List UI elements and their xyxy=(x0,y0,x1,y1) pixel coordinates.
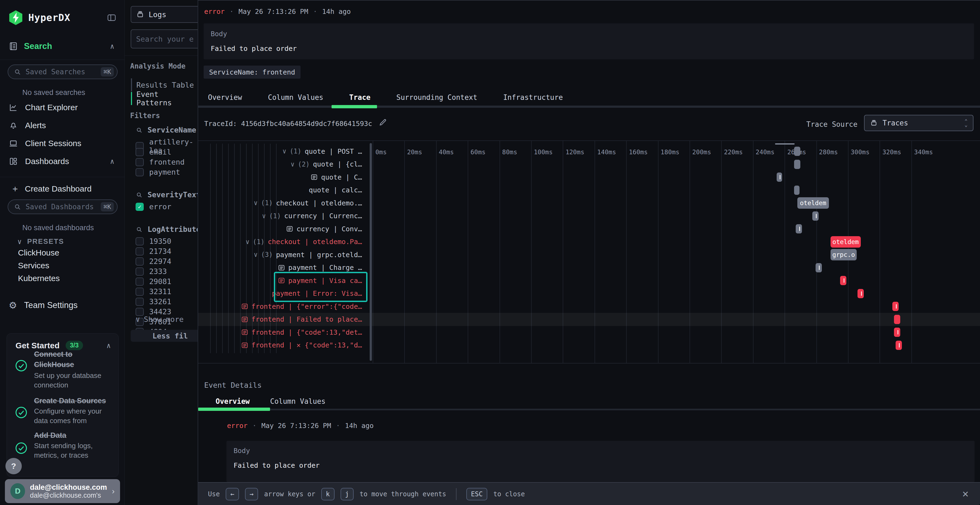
filter-option-33261[interactable]: 33261 xyxy=(135,297,171,306)
tab-infrastructure[interactable]: Infrastructure xyxy=(503,93,563,102)
span-row-label[interactable]: frontend | {"code":13,"det… xyxy=(198,326,365,339)
chevron-down-icon[interactable]: ∨ xyxy=(291,160,294,168)
sidebar-item-search[interactable]: Search ∧ xyxy=(9,41,116,51)
timeline-tick-label: 280ms xyxy=(819,149,838,156)
span-duration-bar[interactable] xyxy=(812,211,819,221)
sidebar-item-alerts[interactable]: Alerts xyxy=(0,118,125,133)
filter-option-32311[interactable]: 32311 xyxy=(135,287,171,296)
collapse-sidebar-icon[interactable] xyxy=(106,13,117,22)
analysis-mode-results-table[interactable]: Results Table xyxy=(131,78,194,91)
checkbox[interactable]: ✓ xyxy=(135,203,144,211)
ed-tab-overview[interactable]: Overview xyxy=(216,397,250,405)
presets-toggle[interactable]: ∨ PRESETS xyxy=(18,237,64,246)
checkbox[interactable] xyxy=(135,298,144,306)
filter-option-frontend[interactable]: frontend xyxy=(135,158,185,166)
span-duration-bar[interactable]: oteldem xyxy=(797,197,829,209)
span-duration-bar[interactable] xyxy=(816,263,822,272)
span-row-label[interactable]: ∨(2)quote | {cl… xyxy=(198,158,365,171)
checkbox[interactable] xyxy=(135,158,144,166)
chevron-down-icon[interactable]: ∨ xyxy=(254,199,258,207)
span-duration-bar[interactable] xyxy=(840,276,846,285)
span-duration-bar[interactable] xyxy=(894,327,900,337)
sidebar-item-dashboards[interactable]: Dashboards∧ xyxy=(0,154,125,169)
help-button[interactable]: ? xyxy=(5,458,22,474)
span-duration-bar[interactable] xyxy=(858,289,864,298)
filter-option-29081[interactable]: 29081 xyxy=(135,277,171,286)
analysis-mode-event-patterns[interactable]: Event Patterns xyxy=(131,92,197,105)
sidebar-item-client-sessions[interactable]: Client Sessions xyxy=(0,136,125,151)
filter-group-logattributes[interactable]: LogAttributes xyxy=(135,225,205,233)
timeline-tick-label: 160ms xyxy=(629,149,648,156)
filter-option-2333[interactable]: 2333 xyxy=(135,267,167,276)
filter-option-email[interactable]: email xyxy=(135,148,171,156)
checkbox[interactable] xyxy=(135,257,144,265)
span-duration-bar[interactable] xyxy=(796,224,802,233)
timeline-gridline xyxy=(721,141,722,364)
filter-group-servicename[interactable]: ServiceName xyxy=(135,126,196,134)
span-row-label[interactable]: ∨(1)checkout | oteldemo.Pa… xyxy=(198,235,365,248)
tab-column-values[interactable]: Column Values xyxy=(268,93,323,102)
span-row-label[interactable]: currency | Conv… xyxy=(198,222,365,235)
close-icon[interactable]: ✕ xyxy=(962,488,969,500)
span-duration-bar[interactable] xyxy=(794,147,800,156)
checkbox[interactable] xyxy=(135,267,144,276)
span-row-label[interactable]: quote | calc… xyxy=(198,184,365,197)
preset-services[interactable]: Services xyxy=(18,261,49,270)
tab-trace[interactable]: Trace xyxy=(349,93,371,102)
chevron-up-icon[interactable]: ∧ xyxy=(107,341,111,349)
span-row-label[interactable]: ∨(1)currency | Currenc… xyxy=(198,210,365,222)
filter-option-22974[interactable]: 22974 xyxy=(135,257,171,265)
preset-clickhouse[interactable]: ClickHouse xyxy=(18,248,59,257)
span-row-label[interactable]: frontend | ✕ {"code":13,"d… xyxy=(198,339,365,352)
preset-kubernetes[interactable]: Kubernetes xyxy=(18,274,60,283)
trace-scroll-indicator[interactable] xyxy=(775,143,795,145)
span-duration-bar[interactable] xyxy=(894,315,900,324)
checkbox[interactable] xyxy=(135,287,144,296)
span-duration-bar[interactable] xyxy=(896,341,902,350)
checkbox[interactable] xyxy=(135,237,144,245)
span-duration-bar[interactable]: oteldem xyxy=(830,236,861,248)
tab-overview[interactable]: Overview xyxy=(208,93,242,102)
span-duration-bar[interactable] xyxy=(794,160,800,169)
span-row-label[interactable]: ∨(1)quote | POST … xyxy=(198,145,365,158)
chevron-down-icon[interactable]: ∨ xyxy=(254,251,258,259)
user-menu[interactable]: D dale@clickhouse.com dale@clickhouse.co… xyxy=(5,479,120,503)
span-row-label[interactable]: frontend | Failed to place… xyxy=(198,313,365,326)
span-row-label[interactable]: quote | C… xyxy=(198,171,365,184)
span-duration-bar[interactable] xyxy=(892,302,899,311)
span-duration-bar[interactable] xyxy=(776,173,782,182)
saved-searches-input[interactable]: Saved Searches ⌘K xyxy=(8,65,118,79)
saved-dashboards-input[interactable]: Saved Dashboards ⌘K xyxy=(8,199,118,214)
filter-option-21734[interactable]: 21734 xyxy=(135,247,171,256)
filter-option-payment[interactable]: payment xyxy=(135,168,180,176)
timeline-tick-label: 0ms xyxy=(375,149,387,156)
create-dashboard-button[interactable]: + Create Dashboard xyxy=(0,181,125,197)
filter-option-34423[interactable]: 34423 xyxy=(135,308,171,316)
trace-source-select[interactable]: Traces ⌃⌄ xyxy=(864,115,974,131)
footer-text: Use xyxy=(208,490,220,498)
checkbox[interactable] xyxy=(135,148,144,156)
waterfall-pane-divider[interactable] xyxy=(370,143,372,361)
sidebar-item-chart-explorer[interactable]: Chart Explorer xyxy=(0,100,125,115)
filter-option-error[interactable]: ✓error xyxy=(135,202,171,211)
show-more-button[interactable]: ∨ Show more xyxy=(135,315,184,324)
filter-group-severitytext[interactable]: SeverityText xyxy=(135,191,200,199)
span-duration-bar[interactable]: grpc.o xyxy=(830,249,857,260)
edit-icon[interactable] xyxy=(379,118,388,127)
checkbox[interactable] xyxy=(135,247,144,256)
span-row-label[interactable]: ∨(3)payment | grpc.oteld… xyxy=(198,248,365,261)
chevron-down-icon[interactable]: ∨ xyxy=(245,238,249,246)
chevron-down-icon[interactable]: ∨ xyxy=(282,148,286,155)
sidebar-item-team-settings[interactable]: ⚙ Team Settings xyxy=(0,298,125,313)
tab-surrounding-context[interactable]: Surrounding Context xyxy=(396,93,477,102)
checkbox[interactable] xyxy=(135,278,144,286)
checkbox[interactable] xyxy=(135,168,144,176)
chevron-down-icon[interactable]: ∨ xyxy=(262,212,266,220)
ed-tab-column-values[interactable]: Column Values xyxy=(270,397,326,405)
service-name-tag[interactable]: ServiceName: frontend xyxy=(204,65,301,79)
span-row-label[interactable]: ∨(1)checkout | oteldemo.… xyxy=(198,197,365,210)
checkbox[interactable] xyxy=(135,308,144,316)
chevron-up-icon[interactable]: ∧ xyxy=(110,42,115,50)
span-duration-bar[interactable] xyxy=(794,186,800,195)
filter-option-19350[interactable]: 19350 xyxy=(135,237,171,245)
